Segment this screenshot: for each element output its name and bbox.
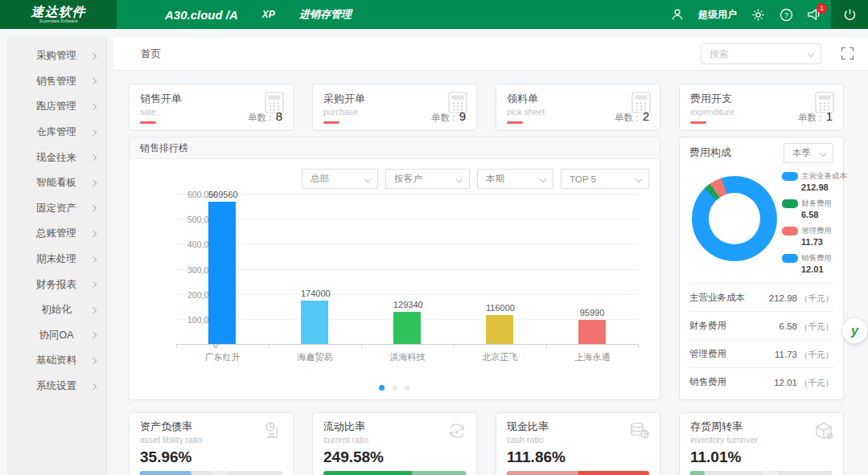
sidebar-item-general-ledger[interactable]: 总账管理: [6, 221, 106, 247]
donut-legend: 主营业务成本 212.98 财务费用 6.58 管理费用 11.73 销售费用 …: [782, 171, 837, 280]
card-title: 费用开支: [690, 92, 833, 106]
accent-dash: [507, 121, 523, 124]
expense-row: 财务费用 6.58（千元）: [689, 311, 833, 339]
ratio-value: 11.01%: [690, 448, 833, 466]
sidebar-item-oa[interactable]: 协同OA: [6, 323, 106, 349]
card-title: 领料单: [507, 92, 649, 106]
sidebar-item-fixed-assets[interactable]: 固定资产: [6, 196, 106, 222]
product-name: A30.cloud /A: [165, 8, 238, 22]
expense-row: 销售费用 12.01（千元）: [689, 367, 833, 395]
global-search-select[interactable]: 搜索: [701, 43, 821, 64]
pagination-dot-3[interactable]: [405, 385, 410, 391]
bar-value-label: 174000: [301, 289, 328, 298]
sidebar-item-store-visit[interactable]: 跑店管理: [6, 94, 106, 120]
yen-cycle-icon: ¥: [446, 420, 467, 444]
bar-value-label: 116000: [486, 303, 513, 313]
sales-bar-chart: 600,000 500,000 400,000 300,000 200,000 …: [176, 194, 639, 344]
chevron-right-icon: [90, 383, 97, 389]
ratio-value: 249.58%: [323, 448, 466, 466]
summary-card-pick-sheet[interactable]: 领料单 pick sheet 单数 : 2: [496, 84, 660, 130]
chevron-right-icon: [90, 306, 97, 313]
sidebar-item-period-end[interactable]: 期末处理: [6, 247, 106, 272]
clipped-footnote: [141, 471, 212, 475]
legend-item: 主营业务成本 212.98: [782, 171, 837, 192]
chevron-right-icon: [90, 256, 97, 262]
tab-home[interactable]: 首页: [141, 37, 161, 71]
x-axis-line: [176, 344, 639, 345]
sidebar-item-cash[interactable]: 现金往来: [6, 145, 106, 170]
pagination-dot-2[interactable]: [392, 385, 397, 391]
panel-title: 销售排行榜: [130, 137, 660, 159]
header-actions: 超级用户 ? 1: [670, 0, 821, 29]
legend-swatch: [782, 172, 798, 181]
accent-dash: [690, 121, 706, 124]
chevron-right-icon: [90, 358, 97, 364]
accent-dash: [323, 121, 339, 124]
card-title: 销售开单: [140, 92, 282, 106]
help-icon[interactable]: ?: [779, 7, 793, 22]
sales-ranking-panel: 销售排行榜 总部 按客户 本期 TOP 5 600,000 500,000 40…: [129, 137, 660, 400]
summary-card-sale[interactable]: 销售开单 sale 单数 : 8: [129, 84, 294, 130]
chevron-down-icon: [636, 176, 642, 182]
sidebar-item-system-settings[interactable]: 系统设置: [6, 374, 106, 399]
ratio-value: 35.96%: [140, 448, 282, 466]
ratio-card-asset-liability: 资产负债率 asset libility ratio 35.96%: [129, 412, 294, 475]
expense-list: 主营业务成本 212.98（千元） 财务费用 6.58（千元） 管理费用 11.…: [689, 283, 833, 395]
fullscreen-icon[interactable]: [841, 47, 854, 59]
bar-guangdonghongsheng: 569560: [208, 202, 236, 345]
card-title: 存货周转率: [690, 420, 833, 434]
logout-zone: [831, 0, 868, 29]
card-subtitle: inventory turnover: [690, 435, 833, 444]
bar-shanghaiyongtong: 95990: [578, 320, 606, 344]
chevron-right-icon: [90, 231, 97, 237]
coins-icon: [629, 420, 651, 444]
floating-assistant-button[interactable]: y: [842, 318, 867, 343]
sidebar-item-dashboard[interactable]: 智能看板: [6, 170, 106, 196]
chevron-right-icon: [90, 154, 97, 161]
pagination-dot-1[interactable]: [379, 385, 385, 391]
current-user-label[interactable]: 超级用户: [698, 8, 737, 22]
bar-beijingzhengfei: 116000: [486, 315, 513, 344]
legend-swatch: [782, 199, 798, 208]
settings-gear-icon[interactable]: [751, 7, 765, 22]
sidebar-item-purchase[interactable]: 采购管理: [6, 43, 106, 69]
filter-dimension-select[interactable]: 按客户: [385, 169, 470, 189]
summary-card-expenditure[interactable]: 费用开支 expenditure 单数 : 1: [679, 84, 844, 130]
filter-topn-select[interactable]: TOP 5: [561, 169, 649, 189]
clipped-footnote: [779, 471, 832, 475]
expense-period-select[interactable]: 本季: [784, 143, 833, 163]
ratio-card-cash: 现金比率 cash ratio 111.86%: [496, 412, 660, 475]
filter-period-select[interactable]: 本期: [477, 169, 553, 189]
app-root: 速达软件 Superdata Software A30.cloud /A XP …: [0, 0, 868, 475]
svg-text:¥: ¥: [454, 428, 459, 436]
tab-bar: 首页 搜索: [113, 37, 868, 71]
power-icon[interactable]: [842, 7, 857, 22]
order-count: 单数 : 2: [615, 109, 649, 124]
ratio-card-inventory-turnover: 存货周转率 inventory turnover 11.01%: [679, 412, 844, 475]
x-category-label: 洪海科技: [361, 349, 454, 363]
card-subtitle: cash ratio: [507, 435, 649, 444]
order-count: 单数 : 1: [798, 109, 833, 124]
search-placeholder: 搜索: [710, 47, 729, 61]
clipped-footnote: [228, 471, 282, 475]
brand-logo[interactable]: 速达软件 Superdata Software: [0, 0, 117, 29]
panel-title: 费用构成: [689, 145, 731, 160]
report-pie-icon: [263, 420, 284, 444]
user-icon[interactable]: [670, 7, 685, 22]
chevron-right-icon: [90, 104, 97, 110]
donut-hole: [709, 193, 760, 244]
filter-org-select[interactable]: 总部: [302, 169, 378, 189]
sidebar-item-warehouse[interactable]: 仓库管理: [6, 120, 106, 145]
sidebar-item-financial-reports[interactable]: 财务报表: [6, 272, 106, 297]
sidebar-item-base-data[interactable]: 基础资料: [6, 348, 106, 374]
brand-subtitle: Superdata Software: [39, 18, 78, 23]
x-category-label: 北京正飞: [454, 349, 546, 363]
sidebar-item-initialization[interactable]: 初始化: [6, 297, 106, 323]
x-category-label: 海鑫贸易: [269, 349, 361, 363]
bar-honghaikeji: 129340: [393, 312, 421, 344]
order-count: 单数 : 8: [248, 109, 282, 124]
product-edition: XP: [262, 9, 275, 20]
summary-card-purchase[interactable]: 采购开单 purchase 单数 : 9: [312, 84, 477, 130]
announcement-horn-icon[interactable]: 1: [807, 7, 821, 22]
sidebar-item-sales[interactable]: 销售管理: [6, 69, 106, 95]
